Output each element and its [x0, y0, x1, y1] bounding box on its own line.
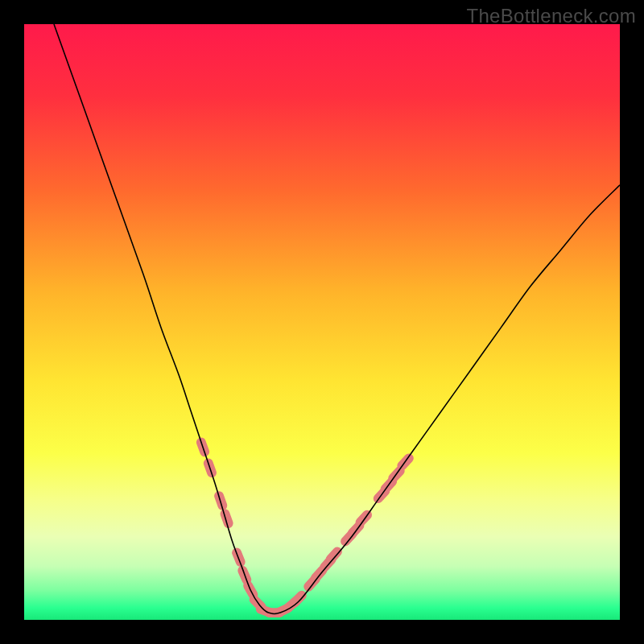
plot-area: [24, 24, 620, 620]
watermark-text: TheBottleneck.com: [466, 5, 636, 27]
bottleneck-curve: [54, 24, 620, 614]
figure-frame: TheBottleneck.com: [0, 0, 644, 644]
marker-capsule: [219, 508, 234, 530]
chart-svg: [24, 24, 620, 620]
